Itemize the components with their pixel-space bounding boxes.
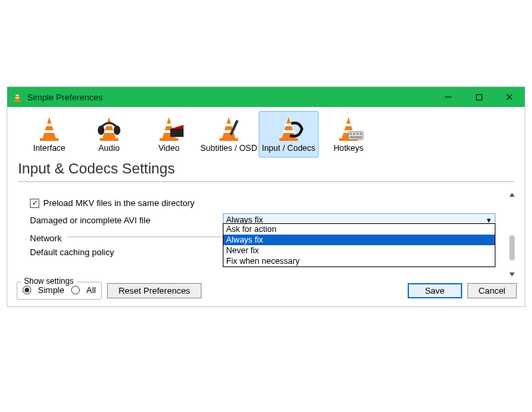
category-label: Interface [33, 144, 66, 153]
radio-all[interactable] [71, 286, 80, 294]
cone-film-icon [273, 116, 305, 142]
preload-mkv-checkbox[interactable]: ✓ [30, 199, 39, 208]
svg-marker-0 [15, 92, 19, 101]
minimize-button[interactable] [433, 87, 464, 107]
category-label: Hotkeys [333, 144, 363, 153]
footer: Show settings Simple All Reset Preferenc… [7, 282, 525, 306]
svg-rect-1 [14, 100, 21, 102]
show-settings-group: Show settings Simple All [17, 282, 102, 300]
svg-rect-2 [16, 95, 19, 96]
scrollbar[interactable] [506, 187, 518, 282]
svg-rect-15 [104, 130, 114, 133]
cone-keyboard-icon [332, 116, 364, 142]
svg-point-16 [98, 126, 104, 135]
radio-all-label: All [86, 285, 96, 295]
svg-rect-42 [350, 136, 362, 138]
window-title: Simple Preferences [27, 92, 102, 102]
svg-rect-30 [279, 138, 298, 141]
category-audio[interactable]: Audio [79, 111, 139, 157]
svg-rect-38 [350, 133, 352, 135]
section-heading: Input & Codecs Settings [7, 157, 525, 181]
save-button[interactable]: Save [408, 283, 462, 298]
cancel-button[interactable]: Cancel [467, 283, 517, 298]
scroll-down-icon[interactable] [506, 268, 518, 280]
svg-rect-25 [219, 138, 238, 141]
svg-marker-12 [102, 117, 116, 138]
radio-simple-label: Simple [38, 285, 65, 295]
close-button[interactable] [494, 87, 525, 107]
avi-option-never[interactable]: Never fix [223, 245, 495, 256]
cone-headphones-icon [93, 116, 125, 142]
svg-marker-44 [509, 272, 515, 276]
reset-preferences-button[interactable]: Reset Preferences [107, 283, 201, 298]
svg-rect-26 [225, 124, 233, 126]
category-label: Audio [98, 144, 120, 153]
category-label: Video [158, 144, 180, 153]
scroll-thumb[interactable] [509, 235, 515, 260]
settings-pane: ✓ Preload MKV files in the same director… [18, 187, 518, 282]
show-settings-legend: Show settings [21, 276, 76, 286]
avi-option-when-necessary[interactable]: Fix when necessary [223, 256, 495, 266]
category-toolbar: Interface Audio [7, 107, 525, 157]
svg-rect-22 [170, 129, 184, 137]
cone-clapboard-icon [153, 116, 185, 142]
app-cone-icon [11, 91, 23, 103]
svg-rect-35 [344, 124, 352, 126]
svg-rect-13 [100, 138, 118, 141]
svg-rect-9 [40, 138, 59, 141]
cone-pencil-icon [213, 116, 245, 142]
category-label: Subtitles / OSD [200, 144, 257, 153]
svg-rect-19 [160, 138, 178, 141]
svg-marker-8 [43, 117, 56, 138]
network-group-label: Network [30, 233, 62, 243]
category-hotkeys[interactable]: Hotkeys [319, 111, 378, 157]
avi-fix-listbox[interactable]: Ask for action Always fix Never fix Fix … [223, 223, 495, 267]
svg-rect-10 [45, 124, 53, 126]
maximize-button[interactable] [464, 87, 494, 107]
chevron-down-icon: ▼ [485, 217, 492, 224]
cone-icon [33, 116, 65, 142]
svg-rect-41 [360, 133, 362, 135]
category-subtitles[interactable]: Subtitles / OSD [199, 111, 259, 157]
preload-mkv-label: Preload MKV files in the same directory [43, 198, 195, 208]
svg-point-17 [114, 126, 120, 135]
svg-rect-40 [356, 133, 358, 135]
preferences-window: Simple Preferences Interface [7, 86, 525, 307]
titlebar: Simple Preferences [7, 87, 525, 107]
svg-rect-11 [44, 130, 55, 133]
category-input-codecs[interactable]: Input / Codecs [259, 111, 319, 157]
divider [18, 181, 514, 182]
svg-rect-20 [165, 124, 173, 126]
category-video[interactable]: Video [139, 111, 199, 157]
caching-policy-label: Default caching policy [30, 247, 223, 257]
scroll-up-icon[interactable] [506, 189, 518, 201]
category-interface[interactable]: Interface [19, 111, 79, 157]
svg-rect-3 [15, 97, 19, 98]
svg-rect-37 [348, 132, 363, 140]
avi-option-always[interactable]: Always fix [223, 235, 495, 245]
svg-marker-43 [509, 193, 515, 197]
svg-rect-32 [283, 130, 294, 133]
avi-option-ask[interactable]: Ask for action [223, 224, 495, 235]
radio-simple[interactable] [23, 286, 31, 294]
avi-fix-label: Damaged or incomplete AVI file [30, 215, 223, 225]
category-label: Input / Codecs [262, 144, 316, 153]
svg-rect-39 [353, 133, 355, 135]
svg-rect-5 [476, 94, 481, 100]
